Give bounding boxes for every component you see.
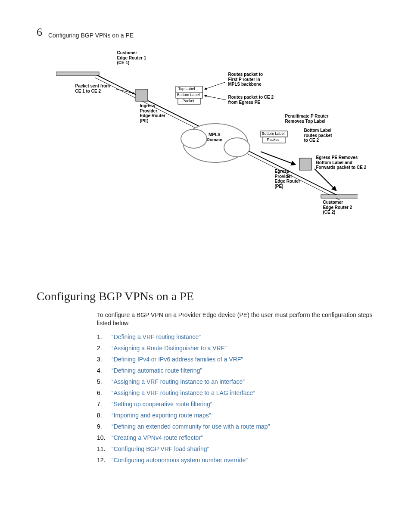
- label-egress-pe: Egress Provider Edge Router (PE): [275, 169, 300, 189]
- svg-rect-12: [299, 158, 311, 170]
- running-header: 6 Configuring BGP VPNs on a PE: [37, 26, 377, 39]
- section-heading: Configuring BGP VPNs on a PE: [37, 289, 377, 303]
- list-item: Assigning a Route Distinguisher to a VRF: [97, 345, 377, 352]
- mpls-vpn-diagram: Customer Edge Router 1 (CE 1) Packet sen…: [56, 48, 358, 229]
- svg-line-17: [261, 152, 295, 165]
- svg-line-15: [205, 82, 226, 89]
- list-item: Configuring autonomous system number ove…: [97, 457, 377, 464]
- list-item: Importing and exporting route maps: [97, 412, 377, 419]
- label-top-label: Top Label: [178, 87, 195, 91]
- label-packet-2: Packet: [267, 137, 279, 142]
- step-link[interactable]: Assigning a VRF routing instance to an i…: [112, 378, 245, 385]
- label-routes-ce2-egress: Routes packet to CE 2 from Egress PE: [228, 95, 274, 105]
- list-item: Configuring BGP VRF load sharing: [97, 445, 377, 452]
- running-title: Configuring BGP VPNs on a PE: [48, 32, 134, 39]
- label-mpls-domain: MPLS Domain: [207, 132, 223, 142]
- step-link[interactable]: Defining an extended community for use w…: [112, 423, 270, 430]
- label-ingress-pe: Ingress Provider Edge Router (PE): [140, 103, 165, 123]
- label-packet-sent: Packet sent from CE 1 to CE 2: [75, 84, 110, 93]
- label-penultimate: Penultimate P Router Removes Top Label: [285, 114, 329, 124]
- intro-paragraph: To configure a BGP VPN on a Provider Edg…: [97, 311, 377, 327]
- label-egress-removes: Egress PE Removes Bottom Label and Forwa…: [316, 155, 367, 170]
- step-link[interactable]: Defining IPv4 or IPv6 address families o…: [112, 356, 243, 363]
- list-item: Assigning a VRF routing instance to a LA…: [97, 389, 377, 396]
- list-item: Creating a VPNv4 route reflector: [97, 434, 377, 441]
- steps-list: Defining a VRF routing instance Assignin…: [97, 333, 377, 464]
- list-item: Assigning a VRF routing instance to an i…: [97, 378, 377, 385]
- step-link[interactable]: Setting up cooperative route filtering: [112, 401, 212, 408]
- list-item: Defining automatic route filtering: [97, 367, 377, 374]
- svg-line-18: [314, 169, 336, 190]
- svg-point-9: [224, 138, 250, 157]
- step-link[interactable]: Assigning a VRF routing instance to a LA…: [112, 389, 255, 396]
- list-item: Defining IPv4 or IPv6 address families o…: [97, 356, 377, 363]
- chapter-number: 6: [37, 26, 42, 39]
- step-link[interactable]: Creating a VPNv4 route reflector: [112, 434, 203, 441]
- label-bottom-routes-ce2: Bottom Label routes packet to CE 2: [304, 128, 332, 143]
- step-link[interactable]: Assigning a Route Distinguisher to a VRF: [112, 345, 227, 352]
- svg-point-8: [181, 129, 207, 148]
- list-item: Defining a VRF routing instance: [97, 333, 377, 340]
- label-packet-1: Packet: [183, 99, 195, 103]
- label-routes-first-p: Routes packet to First P router in MPLS …: [228, 72, 263, 87]
- svg-rect-3: [136, 89, 148, 101]
- list-item: Setting up cooperative route filtering: [97, 401, 377, 408]
- list-item: Defining an extended community for use w…: [97, 423, 377, 430]
- step-link[interactable]: Defining a VRF routing instance: [112, 333, 201, 340]
- svg-rect-2: [56, 72, 99, 75]
- svg-rect-13: [321, 195, 358, 198]
- step-link[interactable]: Configuring BGP VRF load sharing: [112, 445, 209, 452]
- step-link[interactable]: Defining automatic route filtering: [112, 367, 202, 374]
- label-bottom-label-1: Bottom Label: [177, 93, 200, 97]
- svg-line-16: [205, 96, 226, 100]
- label-bottom-label-2: Bottom Label: [262, 131, 285, 136]
- label-ce1: Customer Edge Router 1 (CE 1): [117, 50, 146, 65]
- step-link[interactable]: Importing and exporting route maps: [112, 412, 211, 419]
- step-link[interactable]: Configuring autonomous system number ove…: [112, 457, 248, 464]
- label-ce2: Customer Edge Router 2 (CE 2): [323, 200, 352, 215]
